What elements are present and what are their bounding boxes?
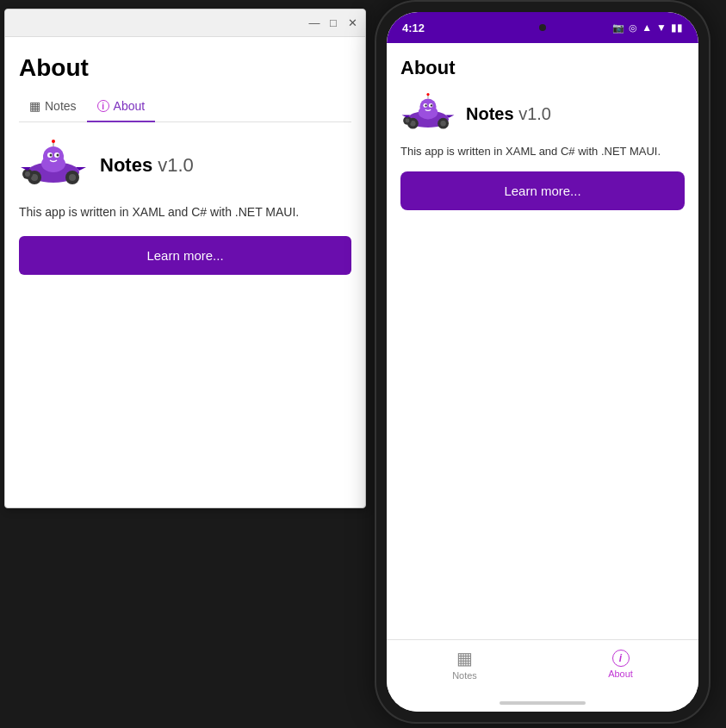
svg-point-5 — [50, 154, 53, 157]
signal-icon: ▼ — [656, 22, 667, 34]
app-description: This app is written in XAML and C# with … — [19, 205, 351, 219]
svg-point-2 — [43, 146, 64, 167]
phone-nav-about[interactable]: i About — [591, 650, 651, 679]
window-controls: — □ ✕ — [308, 17, 358, 29]
tabs-bar: ▦ Notes i About — [19, 94, 351, 122]
notes-tab-label: Notes — [45, 99, 77, 113]
svg-point-12 — [25, 171, 30, 177]
camera-icon: 📷 — [612, 22, 624, 34]
phone-about-label: About — [608, 669, 633, 679]
phone-body: 4:12 📷 ◎ ▲ ▼ ▮▮ About — [375, 0, 710, 724]
svg-point-27 — [440, 121, 445, 126]
svg-point-29 — [406, 119, 410, 123]
wifi-icon: ▲ — [642, 22, 652, 34]
phone-app-name: Notes — [466, 104, 514, 123]
phone-app-mascot — [400, 93, 456, 134]
svg-point-14 — [52, 140, 55, 143]
svg-point-31 — [426, 93, 429, 96]
notes-tab-icon: ▦ — [29, 99, 40, 113]
phone-page-title: About — [400, 57, 685, 79]
window-titlebar: — □ ✕ — [5, 9, 365, 37]
tab-notes[interactable]: ▦ Notes — [19, 94, 87, 121]
app-mascot — [19, 140, 88, 191]
minimize-button[interactable]: — — [308, 17, 320, 29]
phone-nav-notes[interactable]: ▦ Notes — [435, 648, 495, 681]
about-tab-label: About — [114, 99, 146, 113]
svg-point-6 — [57, 154, 59, 157]
phone-wrapper: 4:12 📷 ◎ ▲ ▼ ▮▮ About — [375, 0, 710, 724]
app-name-version: Notes v1.0 — [100, 154, 194, 177]
phone-screen: 4:12 📷 ◎ ▲ ▼ ▮▮ About — [387, 12, 698, 712]
about-tab-icon: i — [97, 100, 109, 112]
svg-point-22 — [425, 104, 426, 106]
tab-about[interactable]: i About — [87, 94, 156, 121]
page-title: About — [19, 54, 351, 82]
battery-icon: ▮▮ — [671, 22, 683, 34]
home-indicator — [500, 701, 586, 705]
phone-about-icon: i — [612, 650, 630, 667]
phone-learn-more-button[interactable]: Learn more... — [400, 171, 685, 210]
status-time: 4:12 — [402, 22, 425, 34]
phone-notes-label: Notes — [452, 670, 477, 681]
phone-bottom-nav: ▦ Notes i About — [387, 639, 698, 694]
maximize-button[interactable]: □ — [327, 17, 339, 29]
close-button[interactable]: ✕ — [346, 17, 358, 29]
desktop-window: — □ ✕ About ▦ Notes i About — [4, 9, 366, 508]
phone-app-version: v1.0 — [518, 104, 551, 123]
app-name: Notes — [100, 154, 152, 176]
app-version: v1.0 — [158, 154, 194, 176]
window-content: About ▦ Notes i About — [5, 37, 365, 507]
phone-about-section: Notes v1.0 — [400, 93, 685, 134]
about-section: Notes v1.0 — [19, 140, 351, 191]
phone-app-description: This app is written in XAML and C# with … — [400, 145, 685, 158]
phone-app-name-version: Notes v1.0 — [466, 104, 551, 124]
svg-point-10 — [69, 174, 76, 181]
svg-point-23 — [431, 104, 432, 106]
learn-more-button[interactable]: Learn more... — [19, 236, 351, 275]
phone-notes-icon: ▦ — [456, 648, 473, 669]
svg-point-19 — [419, 98, 436, 115]
sim-icon: ◎ — [629, 22, 637, 34]
phone-content: About — [387, 43, 698, 639]
